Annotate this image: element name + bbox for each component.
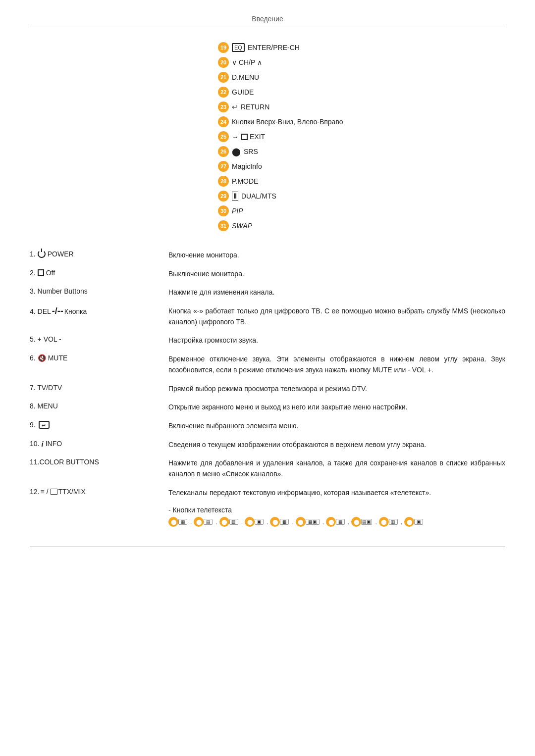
item-text-26: SRS <box>244 148 258 155</box>
tt-group-10: ⬤ ▣ <box>404 517 423 527</box>
tt-box-10: ▣ <box>414 519 423 525</box>
sep-4: , <box>267 518 268 525</box>
list-left-1: 1. POWER <box>30 250 168 258</box>
label-3: 3. Number Buttons <box>30 287 88 295</box>
main-list: 1. POWER Включение монитора. 2. Off Выкл… <box>30 250 505 498</box>
top-item-28: 28 P.MODE <box>218 176 258 187</box>
label-11: 11.COLOR BUTTONS <box>30 458 99 466</box>
sep-6: , <box>322 518 324 525</box>
list-left-4: 4. DEL -/-- Кнопка <box>30 306 168 316</box>
badge-31: 31 <box>218 220 229 231</box>
item-text-23: RETURN <box>241 103 269 111</box>
list-left-6: 6. 🔇 MUTE <box>30 354 168 362</box>
page-header: Введение <box>30 15 505 27</box>
power-icon <box>38 250 46 258</box>
top-item-23: 23 ↩ RETURN <box>218 101 269 112</box>
badge-20: 20 <box>218 57 229 68</box>
num-2: 2. <box>30 269 36 277</box>
badge-19: 19 <box>218 42 229 53</box>
badge-22: 22 <box>218 87 229 98</box>
eq-icon: EQ <box>232 43 245 52</box>
info-icon: i <box>41 440 43 448</box>
list-row-12: 12. ≡ / TTX/MIX Телеканалы передают текс… <box>30 488 505 499</box>
dual-icon: Ⅱ <box>232 192 238 201</box>
desc-12: Телеканалы передают текстовую информацию… <box>168 488 505 499</box>
header-title: Введение <box>252 15 283 23</box>
list-row-2: 2. Off Выключение монитора. <box>30 269 505 280</box>
tt-group-8: ⬤ ▤▣ <box>351 517 372 527</box>
bottom-divider <box>30 547 505 547</box>
list-row-1: 1. POWER Включение монитора. <box>30 250 505 261</box>
list-row-3: 3. Number Buttons Нажмите для изменения … <box>30 287 505 298</box>
tt-box-2: ▤ <box>204 519 213 525</box>
tt-group-1: ⬤ ▦ <box>168 517 187 527</box>
sep-8: , <box>375 518 376 525</box>
item-text-28: P.MODE <box>232 177 258 185</box>
item-text-24: Кнопки Вверх-Вниз, Влево-Вправо <box>232 118 343 126</box>
item-text-29: DUAL/MTS <box>241 192 276 200</box>
label-1: POWER <box>48 250 74 258</box>
tt-group-7: ⬤ ▦ <box>326 517 345 527</box>
top-item-19: 19 EQ ENTER/PRE-CH <box>218 42 300 53</box>
list-left-5: 5. + VOL - <box>30 335 168 343</box>
label-6-text: MUTE <box>48 354 68 362</box>
return-icon: ↩ <box>232 103 238 111</box>
teletext-icons-row: ⬤ ▦ , ⬤ ▤ , ⬤ ▥ , ⬤ ▣ , ⬤ ▩ , ⬤ ▦▣ , ⬤ <box>168 517 505 527</box>
list-left-8: 8. MENU <box>30 402 168 410</box>
label-6: 6. <box>30 354 36 362</box>
label-8: 8. MENU <box>30 402 58 410</box>
top-item-30: 30 PIP <box>218 205 243 216</box>
top-item-31: 31 SWAP <box>218 220 252 231</box>
list-left-3: 3. Number Buttons <box>30 287 168 295</box>
badge-21: 21 <box>218 72 229 83</box>
ttx-box-icon <box>51 489 57 495</box>
list-row-4: 4. DEL -/-- Кнопка Кнопка «-» работает т… <box>30 306 505 327</box>
teletext-section: - Кнопки телетекста ⬤ ▦ , ⬤ ▤ , ⬤ ▥ , ⬤ … <box>168 506 505 527</box>
desc-8: Открытие экранного меню и выход из него … <box>168 402 505 413</box>
tt-group-5: ⬤ ▩ <box>270 517 289 527</box>
sep-2: , <box>215 518 217 525</box>
badge-27: 27 <box>218 161 229 172</box>
badge-25: 25 <box>218 131 229 142</box>
desc-5: Настройка громкости звука. <box>168 335 505 346</box>
top-items-section: 19 EQ ENTER/PRE-CH 20 ∨ CH/P ∧ 21 D.MENU… <box>218 42 505 235</box>
label-9: 9. <box>30 421 36 429</box>
desc-11: Нажмите для добавления и удаления канало… <box>168 458 505 479</box>
top-item-29: 29 Ⅱ DUAL/MTS <box>218 191 276 202</box>
tt-box-9: ▥ <box>389 519 398 525</box>
label-12: 12. <box>30 488 39 496</box>
tt-badge-orange-7: ⬤ <box>326 517 336 527</box>
tt-box-7: ▦ <box>336 519 345 525</box>
sep-1: , <box>190 518 192 525</box>
ttx-slash-icon: / <box>47 488 49 496</box>
teletext-label: - Кнопки телетекста <box>168 506 505 514</box>
item-text-31: SWAP <box>232 222 252 230</box>
list-left-7: 7. TV/DTV <box>30 384 168 392</box>
sep-3: , <box>241 518 243 525</box>
item-text-20: ∨ CH/P ∧ <box>232 58 262 66</box>
tt-badge-orange-5: ⬤ <box>270 517 280 527</box>
tt-badge-orange-2: ⬤ <box>194 517 204 527</box>
badge-29: 29 <box>218 191 229 202</box>
list-row-8: 8. MENU Открытие экранного меню и выход … <box>30 402 505 413</box>
list-left-9: 9. ↵ <box>30 421 168 429</box>
list-row-9: 9. ↵ Включение выбранного элемента меню. <box>30 421 505 432</box>
tt-box-4: ▣ <box>255 519 264 525</box>
list-left-12: 12. ≡ / TTX/MIX <box>30 488 168 496</box>
label-4: 4. DEL <box>30 307 51 315</box>
tt-badge-orange-8: ⬤ <box>351 517 361 527</box>
list-row-5: 5. + VOL - Настройка громкости звука. <box>30 335 505 346</box>
top-item-21: 21 D.MENU <box>218 72 259 83</box>
item-text-27: MagicInfo <box>232 162 262 170</box>
item-text-21: D.MENU <box>232 73 259 81</box>
tt-badge-orange-6: ⬤ <box>296 517 306 527</box>
list-left-11: 11.COLOR BUTTONS <box>30 458 168 466</box>
tt-group-6: ⬤ ▦▣ <box>296 517 320 527</box>
top-item-22: 22 GUIDE <box>218 87 254 98</box>
desc-9: Включение выбранного элемента меню. <box>168 421 505 432</box>
tt-badge-orange-9: ⬤ <box>379 517 389 527</box>
top-item-24: 24 Кнопки Вверх-Вниз, Влево-Вправо <box>218 116 343 127</box>
label-7: 7. TV/DTV <box>30 384 62 392</box>
list-row-7: 7. TV/DTV Прямой выбор режима просмотра … <box>30 384 505 395</box>
label-12-text: TTX/MIX <box>58 488 86 496</box>
